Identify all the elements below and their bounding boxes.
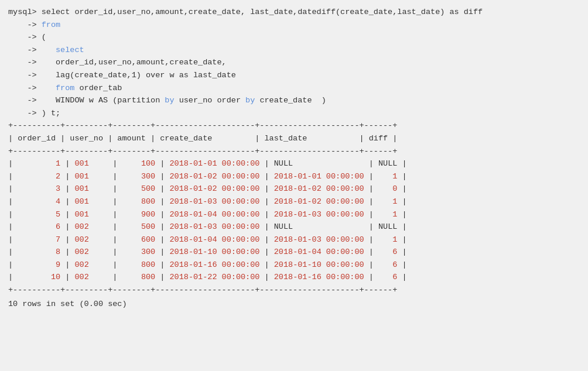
query-line-6: -> lag(create_date,1) over w as last_dat… (8, 69, 580, 82)
query-line-3: -> ( (8, 31, 580, 44)
table-row: | 3 | 001 | 500 | 2018-01-02 00:00:00 | … (8, 183, 580, 195)
window-clause3: create_date ) (255, 94, 326, 107)
kw-from2: from (56, 82, 74, 95)
table-row: | 8 | 002 | 300 | 2018-01-10 00:00:00 | … (8, 246, 580, 259)
kw-by: by (165, 94, 174, 107)
table-separator-top: +----------+---------+--------+---------… (8, 119, 580, 132)
kw-by2: by (245, 94, 255, 107)
prompt: mysql> (8, 6, 42, 19)
prompt-cont: -> (8, 69, 56, 82)
table-row: | 1 | 001 | 100 | 2018-01-01 00:00:00 | … (8, 157, 580, 170)
window-clause: WINDOW w AS (partition (56, 94, 165, 107)
select-fields: order_id,user_no,amount,create_date, (56, 56, 227, 69)
table-row: | 4 | 001 | 800 | 2018-01-03 00:00:00 | … (8, 195, 580, 208)
table-row: | 7 | 002 | 600 | 2018-01-04 00:00:00 | … (8, 233, 580, 246)
prompt-cont: -> (8, 19, 42, 32)
query-line-8: -> WINDOW w AS (partition by user_no ord… (8, 94, 580, 107)
table-row: | 2 | 001 | 300 | 2018-01-02 00:00:00 | … (8, 170, 580, 183)
close-paren: ) t; (42, 107, 60, 120)
table-name: order_tab (74, 82, 122, 95)
table-separator-mid: +----------+---------+--------+---------… (8, 145, 580, 158)
prompt-cont: -> (8, 31, 42, 44)
kw-from: from (42, 19, 60, 32)
query-line-7: -> from order_tab (8, 82, 580, 95)
query-line-4: -> select (8, 44, 580, 57)
prompt-cont: -> (8, 107, 42, 120)
lag-expr: lag(create_date,1) over w as last_date (56, 69, 236, 82)
table-row: | 5 | 001 | 900 | 2018-01-04 00:00:00 | … (8, 208, 580, 221)
prompt-cont: -> (8, 82, 56, 95)
query-footer: 10 rows in set (0.00 sec) (8, 298, 580, 311)
prompt-cont: -> (8, 44, 56, 57)
paren-open: ( (42, 31, 46, 44)
prompt-cont: -> (8, 94, 56, 107)
table-row: | 10 | 002 | 800 | 2018-01-22 00:00:00 |… (8, 271, 580, 284)
query-line-9: -> ) t; (8, 107, 580, 120)
query-text: select order_id,user_no,amount,create_da… (42, 6, 483, 19)
query-line-1: mysql> select order_id,user_no,amount,cr… (8, 6, 580, 19)
terminal: mysql> select order_id,user_no,amount,cr… (8, 6, 580, 310)
query-line-2: -> from (8, 19, 580, 32)
table-separator-bottom: +----------+---------+--------+---------… (8, 284, 580, 297)
prompt-cont: -> (8, 56, 56, 69)
table-header: | order_id | user_no | amount | create_d… (8, 132, 580, 145)
window-clause2: user_no order (175, 94, 246, 107)
table-row: | 9 | 002 | 800 | 2018-01-16 00:00:00 | … (8, 259, 580, 272)
kw-select: select (56, 44, 84, 57)
query-line-5: -> order_id,user_no,amount,create_date, (8, 56, 580, 69)
table-row: | 6 | 002 | 500 | 2018-01-03 00:00:00 | … (8, 221, 580, 233)
